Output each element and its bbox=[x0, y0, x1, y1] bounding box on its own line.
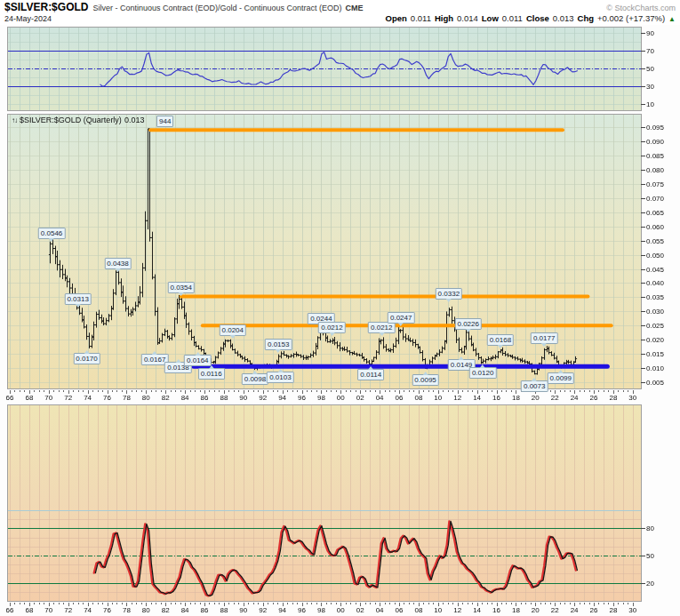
legend-symbol-text: $SILVER:$GOLD (Quarterly) bbox=[20, 116, 122, 124]
spike-high-callout: 944 bbox=[156, 116, 173, 127]
stockcharts-chart-page: $SILVER:$GOLDSilver - Continuous Contrac… bbox=[0, 0, 680, 616]
up-down-arrows-icon: ↑↓ bbox=[12, 116, 17, 124]
main-chart-legend: ↑↓ $SILVER:$GOLD (Quarterly) 0.013 bbox=[12, 116, 144, 124]
chart-canvas bbox=[0, 0, 680, 616]
legend-last-value: 0.013 bbox=[124, 116, 145, 124]
